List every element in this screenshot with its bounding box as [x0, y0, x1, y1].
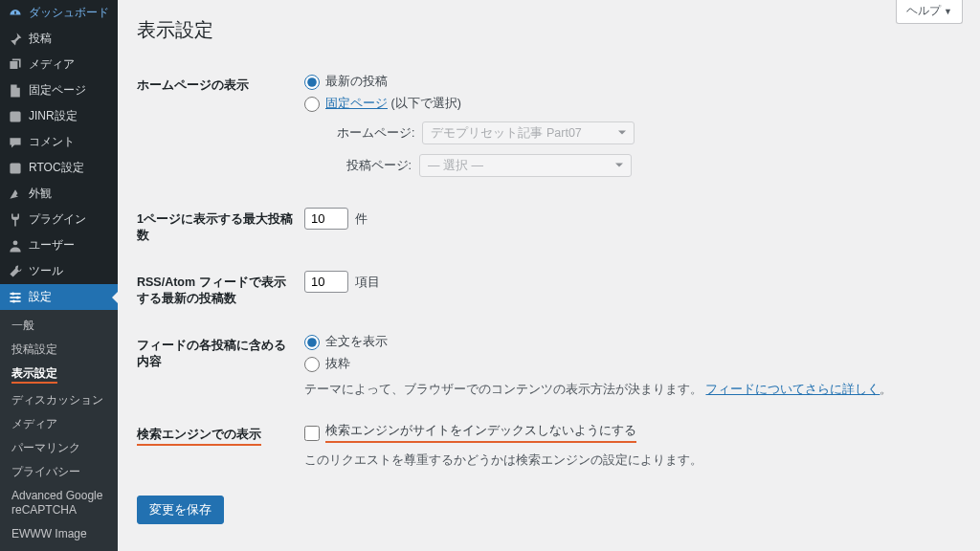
checkbox-search-engine[interactable]: 検索エンジンがサイトをインデックスしないようにする — [304, 423, 951, 443]
row-label-posts-per-page: 1ページに表示する最大投稿数 — [137, 196, 304, 259]
feed-content-description: テーマによって、ブラウザーでのコンテンツの表示方法が決まります。 フィードについ… — [304, 382, 951, 398]
static-page-link[interactable]: 固定ページ — [325, 97, 388, 110]
rtoc-icon — [8, 161, 23, 176]
sidebar-item-rtoc[interactable]: RTOC設定 — [0, 155, 118, 181]
sidebar-item-label: ダッシュボード — [29, 5, 109, 21]
user-icon — [8, 238, 23, 253]
row-label-feed-content: フィードの各投稿に含める内容 — [137, 322, 304, 411]
media-icon — [8, 57, 23, 73]
main-content: ヘルプ▼ 表示設定 ホームページの表示 最新の投稿 固定ページ (以下で選択) … — [118, 0, 980, 551]
radio-static-page[interactable]: 固定ページ (以下で選択) — [304, 96, 951, 112]
submenu-item-reading[interactable]: 表示設定 — [0, 362, 118, 388]
page-title: 表示設定 — [137, 11, 961, 49]
comment-icon — [8, 135, 23, 150]
sidebar-item-label: JINR設定 — [29, 108, 78, 124]
sidebar-menu: ダッシュボード 投稿 メディア 固定ページ JINR設定 コメント RTOC設定 — [0, 0, 118, 310]
feed-count-input[interactable] — [304, 271, 348, 293]
sidebar-item-label: 固定ページ — [29, 82, 86, 99]
sidebar-item-users[interactable]: ユーザー — [0, 232, 118, 258]
sidebar-item-label: ツール — [29, 263, 63, 279]
sidebar-item-label: プラグイン — [29, 211, 86, 228]
settings-form: ホームページの表示 最新の投稿 固定ページ (以下で選択) ホームページ: — [137, 62, 961, 482]
posts-page-select-label: 投稿ページ: — [337, 158, 412, 174]
sidebar-item-appearance[interactable]: 外観 — [0, 181, 118, 207]
sidebar-item-label: コメント — [29, 134, 75, 150]
svg-rect-1 — [10, 163, 20, 173]
feed-count-unit: 項目 — [355, 276, 380, 289]
radio-full-text[interactable]: 全文を表示 — [304, 334, 951, 350]
sidebar-item-settings[interactable]: 設定 — [0, 284, 118, 310]
submenu-item-media[interactable]: メディア — [0, 412, 118, 436]
svg-point-2 — [13, 240, 18, 245]
posts-per-page-unit: 件 — [355, 212, 368, 226]
sidebar-item-label: RTOC設定 — [29, 160, 84, 176]
sidebar-item-label: ユーザー — [29, 237, 75, 253]
row-label-homepage: ホームページの表示 — [137, 62, 304, 196]
posts-per-page-input[interactable] — [304, 208, 348, 230]
help-tab[interactable]: ヘルプ▼ — [896, 0, 963, 24]
sidebar-item-label: メディア — [29, 56, 75, 73]
tool-icon — [8, 264, 23, 279]
radio-excerpt-input[interactable] — [304, 357, 320, 372]
sidebar-item-plugins[interactable]: プラグイン — [0, 207, 118, 232]
posts-page-select[interactable]: — 選択 — — [419, 154, 632, 177]
sidebar-item-media[interactable]: メディア — [0, 52, 118, 77]
svg-point-6 — [11, 292, 14, 295]
radio-full-text-input[interactable] — [304, 335, 320, 350]
plugin-icon — [8, 212, 23, 228]
submenu-item-recaptcha[interactable]: Advanced Google reCAPTCHA — [0, 484, 118, 522]
help-label: ヘルプ — [906, 4, 941, 17]
submenu-item-privacy[interactable]: プライバシー — [0, 460, 118, 484]
submenu-item-discussion[interactable]: ディスカッション — [0, 388, 118, 412]
sidebar-item-posts[interactable]: 投稿 — [0, 26, 118, 52]
svg-point-7 — [16, 296, 19, 298]
submenu-item-ewww[interactable]: EWWW Image — [0, 522, 118, 546]
homepage-select-row: ホームページ: デモプリセット記事 Part07 — [337, 121, 951, 144]
submenu-item-permalink[interactable]: パーマリンク — [0, 436, 118, 460]
jinr-icon — [8, 109, 23, 124]
sidebar-item-pages[interactable]: 固定ページ — [0, 77, 118, 103]
sidebar-item-jinr[interactable]: JINR設定 — [0, 103, 118, 129]
row-label-search-engine: 検索エンジンでの表示 — [137, 411, 304, 482]
sidebar-item-label: 設定 — [29, 289, 52, 305]
homepage-select-label: ホームページ: — [337, 125, 414, 142]
appearance-icon — [8, 187, 23, 202]
feed-learn-more-link[interactable]: フィードについてさらに詳しく — [705, 383, 880, 396]
radio-static-page-input[interactable] — [304, 97, 320, 112]
checkbox-search-engine-input[interactable] — [304, 426, 320, 441]
admin-sidebar: ダッシュボード 投稿 メディア 固定ページ JINR設定 コメント RTOC設定 — [0, 0, 118, 551]
settings-submenu: 一般 投稿設定 表示設定 ディスカッション メディア パーマリンク プライバシー… — [0, 310, 118, 551]
svg-rect-0 — [10, 111, 20, 121]
sidebar-item-dashboard[interactable]: ダッシュボード — [0, 0, 118, 26]
submenu-item-general[interactable]: 一般 — [0, 314, 118, 338]
dashboard-icon — [8, 6, 23, 21]
homepage-select[interactable]: デモプリセット記事 Part07 — [422, 121, 635, 144]
chevron-down-icon: ▼ — [944, 7, 952, 16]
radio-excerpt[interactable]: 抜粋 — [304, 356, 951, 372]
sidebar-item-label: 投稿 — [29, 31, 52, 47]
search-engine-description: このリクエストを尊重するかどうかは検索エンジンの設定によります。 — [304, 452, 951, 469]
sidebar-item-label: 外観 — [29, 186, 52, 202]
svg-point-8 — [12, 299, 15, 302]
radio-latest-posts-input[interactable] — [304, 75, 320, 90]
submenu-item-writing[interactable]: 投稿設定 — [0, 338, 118, 362]
radio-latest-posts[interactable]: 最新の投稿 — [304, 74, 951, 90]
page-icon — [8, 83, 23, 99]
row-label-feed-count: RSS/Atom フィードで表示する最新の投稿数 — [137, 259, 304, 322]
settings-icon — [8, 290, 23, 305]
submit-row: 変更を保存 — [137, 496, 961, 524]
save-button[interactable]: 変更を保存 — [137, 496, 224, 524]
pin-icon — [8, 32, 23, 47]
posts-page-select-row: 投稿ページ: — 選択 — — [337, 154, 951, 177]
sidebar-item-tools[interactable]: ツール — [0, 258, 118, 284]
sidebar-item-comments[interactable]: コメント — [0, 129, 118, 155]
